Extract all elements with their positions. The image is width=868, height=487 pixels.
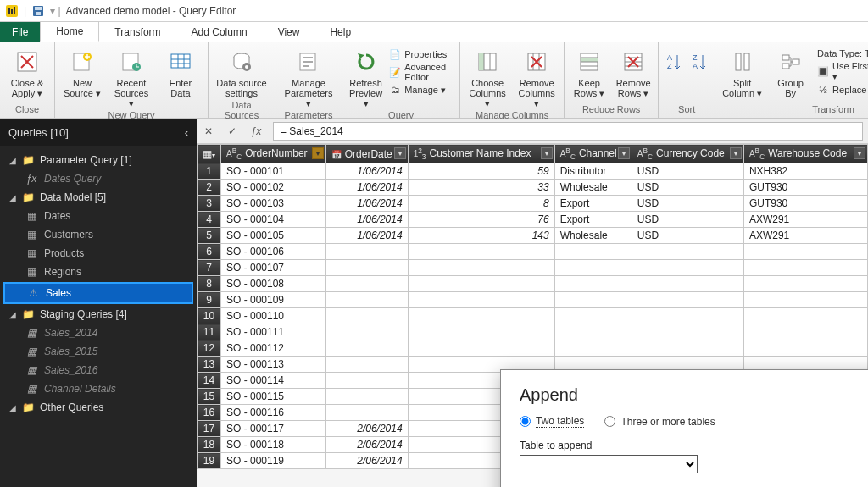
cell[interactable] <box>743 276 867 292</box>
close-apply-button[interactable]: Close & Apply ▾ <box>5 47 49 100</box>
column-header[interactable]: 📅OrderDate▾ <box>326 145 408 163</box>
sidebar-item[interactable]: ▦Channel Details <box>0 379 197 398</box>
cell[interactable] <box>408 244 554 260</box>
column-filter-icon[interactable]: ▾ <box>541 147 553 159</box>
table-row[interactable]: 11SO - 000111 <box>198 324 868 340</box>
row-number[interactable]: 7 <box>198 260 221 276</box>
cell[interactable]: Wholesale <box>554 228 632 244</box>
row-number[interactable]: 13 <box>198 357 221 373</box>
choose-columns-button[interactable]: Choose Columns ▾ <box>465 47 509 110</box>
cell[interactable]: SO - 000109 <box>221 292 326 308</box>
sidebar-item[interactable]: ƒxDates Query <box>0 169 197 188</box>
cell[interactable] <box>326 340 408 357</box>
cell[interactable] <box>632 260 743 276</box>
cell[interactable] <box>408 292 554 308</box>
column-header[interactable]: ABCOrderNumber▾ <box>221 145 326 163</box>
table-row[interactable]: 10SO - 000110 <box>198 308 868 324</box>
cell[interactable]: 76 <box>408 212 554 228</box>
refresh-preview-button[interactable]: Refresh Preview ▾ <box>348 47 384 110</box>
queries-sidebar-header[interactable]: Queries [10] ‹ <box>0 119 197 146</box>
cell[interactable] <box>554 292 632 308</box>
column-filter-icon[interactable]: ▾ <box>730 147 742 159</box>
sidebar-folder[interactable]: ◢📁Staging Queries [4] <box>0 305 197 324</box>
menu-transform[interactable]: Transform <box>99 22 175 42</box>
sidebar-item[interactable]: ▦Dates <box>0 207 197 225</box>
cell[interactable] <box>326 276 408 292</box>
cell[interactable] <box>743 292 867 308</box>
cell[interactable] <box>743 260 867 276</box>
radio-three-or-more-input[interactable] <box>604 416 615 427</box>
cell[interactable]: SO - 000115 <box>221 389 326 405</box>
row-number[interactable]: 9 <box>198 292 221 308</box>
cell[interactable] <box>408 340 554 357</box>
row-number[interactable]: 3 <box>198 196 221 212</box>
cell[interactable] <box>632 324 743 340</box>
properties-button[interactable]: 📄Properties <box>389 48 454 60</box>
row-number[interactable]: 5 <box>198 228 221 244</box>
cell[interactable] <box>326 244 408 260</box>
cell[interactable]: 2/06/2014 <box>326 453 408 469</box>
cell[interactable]: GUT930 <box>743 180 867 196</box>
cell[interactable] <box>632 292 743 308</box>
cell[interactable]: 143 <box>408 228 554 244</box>
menu-add-column[interactable]: Add Column <box>176 22 263 42</box>
cell[interactable]: SO - 000108 <box>221 276 326 292</box>
column-header[interactable]: ABCWarehouse Code▾ <box>743 145 867 163</box>
manage-parameters-button[interactable]: Manage Parameters ▾ <box>281 47 337 110</box>
column-filter-icon[interactable]: ▾ <box>394 147 406 159</box>
cell[interactable] <box>554 340 632 357</box>
cell[interactable] <box>554 308 632 324</box>
cell[interactable] <box>743 324 867 340</box>
cell[interactable] <box>632 276 743 292</box>
remove-rows-button[interactable]: Remove Rows ▾ <box>614 47 653 100</box>
cell[interactable] <box>554 260 632 276</box>
row-number[interactable]: 10 <box>198 308 221 324</box>
cell[interactable] <box>326 324 408 340</box>
replace-values-button[interactable]: ½Replace Values <box>817 84 868 96</box>
data-type-button[interactable]: Data Type: Text ▾ <box>817 48 868 59</box>
new-source-button[interactable]: New Source ▾ <box>60 47 104 100</box>
cell[interactable]: 59 <box>408 163 554 180</box>
cell[interactable] <box>632 340 743 357</box>
cell[interactable] <box>326 308 408 324</box>
remove-columns-button[interactable]: Remove Columns ▾ <box>515 47 559 110</box>
menu-view[interactable]: View <box>263 22 315 42</box>
data-source-settings-button[interactable]: Data source settings <box>214 47 270 100</box>
row-number[interactable]: 11 <box>198 324 221 340</box>
cell[interactable]: SO - 000117 <box>221 421 326 437</box>
cell[interactable]: USD <box>632 196 743 212</box>
cell[interactable]: SO - 000114 <box>221 373 326 389</box>
column-filter-icon[interactable]: ▾ <box>312 147 324 159</box>
cell[interactable]: Export <box>554 212 632 228</box>
cell[interactable]: SO - 000111 <box>221 324 326 340</box>
cell[interactable]: 33 <box>408 180 554 196</box>
table-row[interactable]: 6SO - 000106 <box>198 244 868 260</box>
table-row[interactable]: 5SO - 0001051/06/2014143WholesaleUSDAXW2… <box>198 228 868 244</box>
cell[interactable]: Distributor <box>554 163 632 180</box>
sidebar-folder[interactable]: ◢📁Other Queries <box>0 398 197 417</box>
cell[interactable]: USD <box>632 163 743 180</box>
row-number[interactable]: 12 <box>198 340 221 357</box>
cell[interactable] <box>554 276 632 292</box>
cell[interactable] <box>743 244 867 260</box>
formula-input[interactable]: = Sales_2014 <box>273 122 863 141</box>
cell[interactable]: 1/06/2014 <box>326 212 408 228</box>
cell[interactable]: 1/06/2014 <box>326 163 408 180</box>
sidebar-item[interactable]: ▦Sales_2015 <box>0 342 197 361</box>
cell[interactable]: AXW291 <box>743 212 867 228</box>
menu-help[interactable]: Help <box>314 22 366 42</box>
table-row[interactable]: 9SO - 000109 <box>198 292 868 308</box>
recent-sources-button[interactable]: Recent Sources ▾ <box>109 47 153 110</box>
cell[interactable]: USD <box>632 212 743 228</box>
row-number[interactable]: 6 <box>198 244 221 260</box>
sort-asc-button[interactable]: AZ <box>664 47 684 77</box>
row-number[interactable]: 14 <box>198 373 221 389</box>
table-row[interactable]: 7SO - 000107 <box>198 260 868 276</box>
cell[interactable] <box>743 340 867 357</box>
cell[interactable]: 2/06/2014 <box>326 437 408 453</box>
save-icon[interactable] <box>31 4 45 18</box>
chevron-left-icon[interactable]: ‹ <box>185 126 188 139</box>
cell[interactable]: SO - 000112 <box>221 340 326 357</box>
cell[interactable]: SO - 000103 <box>221 196 326 212</box>
cell[interactable] <box>326 260 408 276</box>
